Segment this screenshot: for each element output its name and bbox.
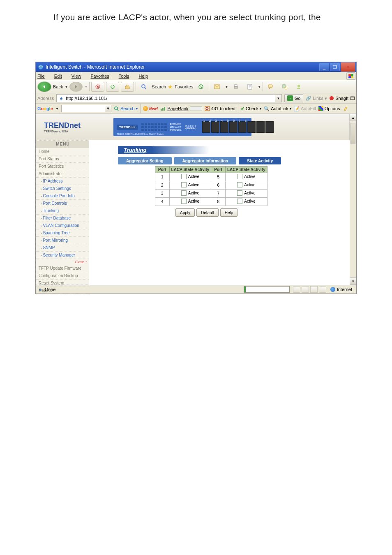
edit-button[interactable] [244, 82, 256, 91]
table-row: 3 Active 7 Active [155, 190, 267, 198]
address-field[interactable]: e http://192.168.1.181/ ▾ [56, 94, 281, 102]
tab-bar: Aggregator Setting Aggregator informatio… [118, 157, 346, 164]
snagit-button[interactable]: SnagIt 🗔 [330, 96, 355, 101]
discuss-button[interactable] [265, 82, 277, 91]
go-button[interactable]: → Go [284, 94, 304, 102]
address-dropdown[interactable]: ▾ [275, 95, 281, 102]
autolink-button[interactable]: 🔍AutoLink ▾ [264, 106, 291, 111]
nav-tftp[interactable]: TFTP Update Firmware [36, 265, 90, 272]
back-button[interactable] [37, 81, 51, 92]
menu-file[interactable]: File [37, 74, 49, 79]
google-search-button[interactable]: Search ▾ [114, 106, 138, 111]
address-bar: Address e http://192.168.1.181/ ▾ → Go 🔗… [36, 93, 356, 104]
nav-vlan[interactable]: VLAN Configuration [36, 222, 90, 229]
highlight-button[interactable] [343, 106, 348, 111]
svg-rect-15 [164, 107, 165, 111]
zone-internet[interactable]: Internet [330, 287, 352, 292]
nav-trunking[interactable]: Trunking [36, 207, 90, 215]
autofill-button[interactable]: 📝AutoFill [294, 106, 316, 111]
google-toolbar: Google ▼ ▼ Search ▾ New! PageRank 431 bl… [36, 104, 356, 114]
scroll-down[interactable]: ▾ [350, 278, 356, 285]
status-sections [293, 286, 326, 293]
scrollbar[interactable]: ▴ ▾ [349, 114, 356, 285]
tab-state-activity[interactable]: State Activity [239, 157, 281, 164]
nav-port-status[interactable]: Port Status [36, 155, 90, 163]
nav-admin[interactable]: Administrator [36, 170, 90, 178]
nav-ip[interactable]: IP Address [36, 178, 90, 185]
help-button[interactable]: Help [220, 208, 238, 217]
home-button[interactable] [121, 82, 134, 92]
default-button[interactable]: Default [196, 208, 219, 217]
close-button[interactable]: ✕ [341, 62, 355, 72]
checkbox-port7[interactable]: Active [237, 190, 255, 196]
scroll-thumb[interactable] [350, 123, 355, 144]
menu-bar: File Edit View Favorites Tools Help [36, 72, 356, 80]
table-row: 1 Active 5 Active [155, 173, 267, 181]
titlebar: Intelligent Switch - Microsoft Internet … [36, 62, 356, 72]
menu-tools[interactable]: Tools [119, 74, 134, 79]
nav-security[interactable]: Security Manager [36, 252, 90, 259]
mail-button[interactable] [211, 82, 223, 91]
table-row: 4 Active 8 Active [155, 198, 267, 206]
maximize-button[interactable]: ❐ [330, 63, 340, 71]
nav-cfgb[interactable]: Configuration Backup [36, 272, 90, 280]
research-button[interactable] [279, 82, 291, 91]
tab-aggregator-setting[interactable]: Aggregator Setting [118, 157, 172, 164]
nav-reset[interactable]: Reset System [36, 280, 90, 287]
options-button[interactable]: Options [318, 106, 340, 111]
stop-button[interactable] [91, 82, 104, 92]
history-button[interactable] [195, 82, 207, 91]
norton-icon [143, 106, 148, 111]
checkbox-port4[interactable]: Active [181, 199, 199, 204]
google-search-input[interactable]: ▼ [61, 105, 111, 112]
nav-filterdb[interactable]: Filter Database [36, 215, 90, 222]
th-lacp2: LACP State Activity [225, 166, 267, 173]
snagit-pane-icon[interactable]: 🗔 [350, 96, 355, 101]
menu-help[interactable]: Help [138, 74, 152, 79]
nav-switch[interactable]: Switch Settings [36, 185, 90, 192]
checkbox-port3[interactable]: Active [181, 190, 199, 196]
print-button[interactable] [230, 82, 242, 91]
check-button[interactable]: ✔Check ▾ [241, 106, 261, 111]
nav-spanning[interactable]: Spanning Tree [36, 229, 90, 237]
favorites-label[interactable]: Favorites [175, 84, 193, 89]
favorites-icon[interactable]: ★ [168, 83, 173, 90]
checkbox-port1[interactable]: Active [181, 174, 199, 179]
nav-close[interactable]: Close ↑ [36, 259, 90, 265]
popup-blocked-button[interactable]: 431 blocked [205, 106, 235, 111]
window-title: Intelligent Switch - Microsoft Internet … [46, 64, 319, 70]
pagerank-button[interactable]: PageRank [160, 106, 202, 111]
th-lacp: LACP State Activity [169, 166, 211, 173]
nav-mirror[interactable]: Port Mirroring [36, 237, 90, 244]
nav-console[interactable]: Console Port Info [36, 192, 90, 200]
norton-button[interactable]: New! [143, 106, 158, 111]
nav-reboot[interactable]: Reboot [36, 287, 90, 294]
checkbox-port2[interactable]: Active [181, 182, 199, 187]
links-label[interactable]: 🔗 Links ▾ [306, 96, 327, 101]
forward-button[interactable] [69, 82, 83, 92]
menu-view[interactable]: View [71, 74, 85, 79]
tab-aggregator-info[interactable]: Aggregator information [174, 157, 237, 164]
scroll-up[interactable]: ▴ [350, 114, 356, 121]
back-label[interactable]: Back [53, 84, 63, 89]
google-menu-dd[interactable]: ▼ [55, 107, 59, 111]
menu-edit[interactable]: Edit [54, 74, 66, 79]
minimize-button[interactable]: _ [319, 63, 329, 71]
refresh-button[interactable] [106, 82, 119, 92]
brand-logo: TRENDnet TRENDware, USA [44, 122, 81, 133]
search-button[interactable] [138, 82, 150, 91]
google-logo[interactable]: Google [37, 106, 53, 111]
nav-controls[interactable]: Port Controls [36, 200, 90, 207]
svg-point-12 [115, 106, 118, 109]
search-label[interactable]: Search [152, 84, 166, 89]
messenger-button[interactable] [293, 82, 305, 91]
checkbox-port8[interactable]: Active [237, 199, 255, 204]
checkbox-port5[interactable]: Active [237, 174, 255, 179]
nav-home[interactable]: Home [36, 148, 90, 155]
nav-snmp[interactable]: SNMP [36, 244, 90, 252]
checkbox-port6[interactable]: Active [237, 182, 255, 187]
nav-port-stats[interactable]: Port Statistics [36, 163, 90, 170]
menu-header: MENU [36, 141, 90, 148]
apply-button[interactable]: Apply [175, 208, 195, 217]
menu-favorites[interactable]: Favorites [91, 74, 113, 79]
